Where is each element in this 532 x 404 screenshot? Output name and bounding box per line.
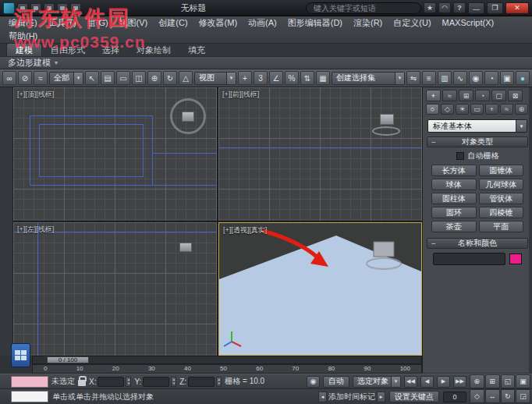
maximize-viewport-icon[interactable] xyxy=(516,389,530,403)
viewport-perspective[interactable]: [+][透视][真实] xyxy=(218,222,422,356)
favorites-icon[interactable] xyxy=(424,2,436,13)
play-icon[interactable] xyxy=(437,376,450,388)
render-icon[interactable] xyxy=(516,71,530,85)
angle-snap-icon[interactable]: ∠ xyxy=(269,71,283,85)
ribbon-tab-freeform[interactable]: 自由形式 xyxy=(42,44,94,56)
community-icon[interactable] xyxy=(438,2,451,13)
modify-tab[interactable] xyxy=(442,90,457,101)
set-key-button[interactable]: 设置关键点 xyxy=(389,391,439,402)
helpers-category-icon[interactable] xyxy=(485,104,498,115)
autogrid-checkbox[interactable] xyxy=(456,152,464,160)
panel-scrollbar[interactable] xyxy=(529,87,532,373)
align-icon[interactable] xyxy=(422,71,436,85)
viewport-layout-button[interactable] xyxy=(11,343,30,367)
menu-rendering[interactable]: 渲染(R) xyxy=(348,16,388,30)
geometry-category-icon[interactable] xyxy=(426,104,439,115)
select-rotate-icon[interactable] xyxy=(163,71,177,85)
redo-icon[interactable] xyxy=(70,3,81,13)
zoom-icon[interactable] xyxy=(470,374,484,388)
utilities-tab[interactable] xyxy=(508,90,523,101)
menu-graph-editors[interactable]: 图形编辑器(D) xyxy=(282,16,348,30)
zoom-extents-all-icon[interactable] xyxy=(516,374,530,388)
systems-category-icon[interactable] xyxy=(515,104,528,115)
viewcube-box[interactable] xyxy=(179,243,192,252)
spinner-snap-icon[interactable] xyxy=(300,71,314,85)
zoom-all-icon[interactable] xyxy=(485,374,500,388)
fov-icon[interactable] xyxy=(470,389,484,403)
menu-modifiers[interactable]: 修改器(M) xyxy=(193,16,243,30)
3dsmax-logo-icon[interactable] xyxy=(3,2,15,14)
y-spinner[interactable] xyxy=(171,377,176,387)
maximize-button[interactable] xyxy=(487,2,503,14)
tube-button[interactable]: 管状体 xyxy=(479,193,524,204)
ribbon-tab-populate[interactable]: 填充 xyxy=(179,44,214,56)
macro-recorder-field[interactable] xyxy=(11,376,48,388)
time-tag-prev-icon[interactable] xyxy=(318,392,327,402)
go-start-icon[interactable] xyxy=(404,376,417,388)
menu-maxscript[interactable]: MAXScript(X) xyxy=(437,16,500,30)
z-spinner[interactable] xyxy=(216,377,222,387)
menu-tools[interactable]: 工具(T) xyxy=(43,16,82,30)
coord-system-dropdown[interactable]: 视图 xyxy=(194,72,236,85)
viewcube-box[interactable] xyxy=(182,112,194,122)
box-button[interactable]: 长方体 xyxy=(431,165,477,176)
track-bar[interactable]: 0 10 20 30 40 50 60 70 80 90 100 xyxy=(32,364,422,374)
time-slider-track[interactable]: 0 / 100 xyxy=(32,356,422,364)
shapes-category-icon[interactable] xyxy=(441,104,454,115)
region-select-icon[interactable] xyxy=(116,71,130,85)
open-file-icon[interactable] xyxy=(30,3,41,13)
x-spinner[interactable] xyxy=(126,377,131,387)
prev-frame-icon[interactable] xyxy=(420,376,434,388)
select-link-icon[interactable] xyxy=(2,71,16,85)
sphere-button[interactable]: 球体 xyxy=(431,179,477,190)
viewport-top[interactable]: [+][顶][线框] xyxy=(13,87,217,221)
viewport-left[interactable]: [+][左][线框] xyxy=(13,222,217,356)
menu-group[interactable]: 组(G) xyxy=(82,16,114,30)
unlink-icon[interactable] xyxy=(18,71,32,85)
undo-icon[interactable] xyxy=(57,3,68,13)
viewport-perspective-label[interactable]: [+][透视][真实] xyxy=(223,225,267,236)
object-name-field[interactable] xyxy=(433,253,505,265)
current-frame-field[interactable]: 0 xyxy=(443,392,466,402)
cameras-category-icon[interactable] xyxy=(470,104,484,115)
ribbon-tab-object-paint[interactable]: 对象绘制 xyxy=(128,44,179,56)
select-by-name-icon[interactable] xyxy=(101,71,115,85)
search-input[interactable] xyxy=(306,2,421,14)
window-crossing-icon[interactable] xyxy=(132,71,146,85)
primitive-category-dropdown[interactable]: 标准基本体 xyxy=(427,119,527,133)
curve-editor-icon[interactable] xyxy=(453,71,467,85)
selection-lock-icon[interactable] xyxy=(78,380,86,386)
object-color-swatch[interactable] xyxy=(509,253,522,264)
panel-expand-icon[interactable]: ▾ xyxy=(55,59,58,66)
torus-button[interactable]: 圆环 xyxy=(431,207,477,218)
create-tab[interactable] xyxy=(426,90,441,101)
key-mode-icon[interactable] xyxy=(307,376,320,388)
select-scale-icon[interactable] xyxy=(179,71,193,85)
viewport-left-label[interactable]: [+][左][线框] xyxy=(17,225,54,235)
orbit-icon[interactable] xyxy=(501,389,516,403)
menu-animation[interactable]: 动画(A) xyxy=(243,16,282,30)
snap-toggle-icon[interactable]: 3 xyxy=(254,71,268,85)
new-scene-icon[interactable] xyxy=(17,3,28,13)
cone-button[interactable]: 圆锥体 xyxy=(479,165,524,176)
select-move-icon[interactable] xyxy=(147,71,161,85)
geosphere-button[interactable]: 几何球体 xyxy=(479,179,524,190)
name-color-rollout-header[interactable]: 名称和颜色 xyxy=(427,238,528,249)
select-manipulate-icon[interactable] xyxy=(238,71,252,85)
menu-views[interactable]: 视图(V) xyxy=(114,16,154,30)
help-icon[interactable] xyxy=(453,2,466,13)
bind-spacewarp-icon[interactable] xyxy=(34,71,48,85)
time-tag-label[interactable]: 添加时间标记 xyxy=(328,392,375,402)
x-field[interactable] xyxy=(98,377,124,387)
plane-button[interactable]: 平面 xyxy=(479,221,524,232)
teapot-button[interactable]: 茶壶 xyxy=(431,221,477,232)
y-field[interactable] xyxy=(143,377,169,387)
viewcube-box[interactable] xyxy=(380,114,394,125)
layer-manager-icon[interactable] xyxy=(438,71,452,85)
go-end-icon[interactable] xyxy=(453,376,466,388)
menu-create[interactable]: 创建(C) xyxy=(153,16,193,30)
rendered-frame-icon[interactable] xyxy=(500,71,514,85)
zoom-extents-icon[interactable] xyxy=(501,374,516,388)
viewport-top-label[interactable]: [+][顶][线框] xyxy=(17,90,54,100)
render-setup-icon[interactable] xyxy=(484,71,498,85)
